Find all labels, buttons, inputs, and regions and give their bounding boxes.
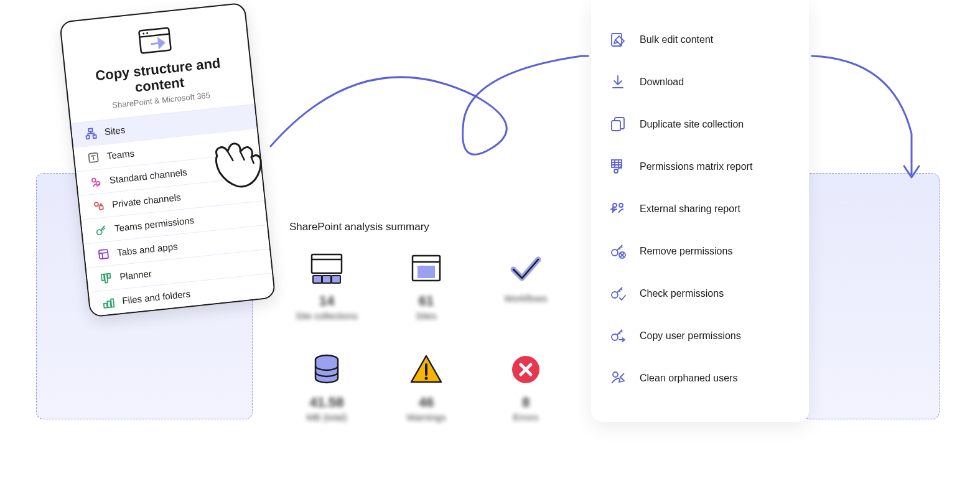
action-external-sharing-report[interactable]: External sharing report: [609, 188, 791, 230]
svg-point-2: [142, 32, 144, 34]
download-icon: [609, 73, 627, 91]
svg-rect-17: [104, 303, 108, 307]
svg-rect-20: [312, 254, 342, 273]
private-channels-icon: [91, 199, 105, 213]
svg-rect-33: [612, 121, 620, 131]
stat-site-collections: 14Site collections: [289, 251, 364, 321]
site-collections-icon: [308, 251, 345, 286]
stat-value: 41.58: [289, 394, 364, 411]
copy-item-label: Tabs and apps: [116, 241, 178, 258]
svg-rect-16: [108, 273, 111, 277]
action-label: Clean orphaned users: [640, 373, 737, 384]
svg-point-37: [619, 203, 623, 207]
svg-rect-0: [139, 28, 171, 54]
stat-value: 8: [488, 394, 563, 411]
remove-perm-icon: [609, 243, 627, 260]
actions-panel: Bulk edit contentDownloadDuplicate site …: [591, 0, 809, 422]
svg-point-10: [95, 202, 99, 207]
stat-warnings: 46Warnings: [389, 352, 464, 422]
action-label: Duplicate site collection: [640, 119, 744, 130]
copy-item-label: Private channels: [111, 192, 181, 209]
stat-label: MB (total): [289, 412, 364, 422]
duplicate-icon: [609, 116, 627, 133]
matrix-icon: [609, 158, 627, 175]
check-perm-icon: [609, 285, 627, 302]
action-copy-user-permissions[interactable]: Copy user permissions: [609, 315, 791, 357]
copy-item-label: Planner: [119, 268, 152, 282]
edit-icon: [609, 31, 627, 49]
action-permissions-matrix-report[interactable]: Permissions matrix report: [609, 146, 791, 188]
action-label: Check permissions: [640, 288, 724, 299]
stat-value: 61: [389, 293, 464, 309]
action-check-permissions[interactable]: Check permissions: [609, 273, 791, 315]
stat-value: 46: [389, 394, 464, 411]
stat-sites: 61Sites: [389, 251, 464, 321]
svg-line-1: [139, 34, 169, 37]
svg-point-3: [146, 32, 148, 34]
svg-point-30: [425, 377, 428, 380]
browser-arrow-icon: [136, 24, 174, 57]
stat-mb-total-: 41.58MB (total): [289, 352, 364, 422]
stat-label: Errors: [488, 412, 563, 422]
action-label: Download: [640, 77, 684, 88]
svg-point-36: [613, 203, 617, 207]
svg-rect-27: [418, 266, 435, 278]
copy-item-label: Standard channels: [109, 167, 187, 185]
warning-icon: [408, 352, 445, 387]
error-icon: [507, 352, 544, 387]
analysis-title: SharePoint analysis summary: [289, 221, 563, 233]
copy-item-label: Sites: [104, 124, 126, 137]
svg-point-41: [612, 334, 618, 340]
svg-point-40: [612, 292, 618, 298]
analysis-summary: SharePoint analysis summary 14Site colle…: [289, 221, 563, 422]
copy-perm-icon: [609, 327, 627, 345]
stat-label: Site collections: [289, 310, 364, 321]
action-clean-orphaned-users[interactable]: Clean orphaned users: [609, 357, 791, 399]
stat-label: Workflows: [488, 293, 563, 304]
action-label: Remove permissions: [640, 246, 732, 257]
action-label: Copy user permissions: [640, 330, 741, 342]
action-label: External sharing report: [640, 203, 740, 215]
action-duplicate-site-collection[interactable]: Duplicate site collection: [609, 103, 791, 146]
svg-rect-11: [99, 205, 103, 210]
svg-rect-13: [99, 249, 108, 258]
planner-icon: [99, 271, 113, 285]
action-download[interactable]: Download: [609, 61, 791, 103]
share-icon: [609, 200, 627, 218]
clean-icon: [609, 370, 627, 387]
svg-rect-19: [111, 299, 114, 307]
svg-point-42: [613, 372, 618, 377]
svg-rect-18: [107, 301, 111, 307]
stat-errors: 8Errors: [488, 352, 563, 422]
bg-panel-right: [803, 173, 940, 419]
action-label: Bulk edit content: [640, 34, 713, 45]
sites-icon: [84, 126, 98, 140]
storage-icon: [308, 352, 345, 387]
key-icon: [94, 223, 108, 236]
action-bulk-edit-content[interactable]: Bulk edit content: [609, 19, 791, 61]
svg-rect-23: [322, 276, 331, 283]
action-remove-permissions[interactable]: Remove permissions: [609, 230, 791, 273]
files-icon: [102, 296, 116, 309]
copy-item-label: Files and folders: [122, 288, 191, 305]
svg-point-8: [92, 178, 96, 182]
stat-label: Warnings: [389, 412, 464, 422]
svg-rect-22: [313, 276, 322, 283]
check-icon: [507, 251, 544, 286]
tabs-icon: [96, 247, 110, 261]
action-label: Permissions matrix report: [640, 161, 752, 172]
stat-value: 14: [289, 293, 364, 309]
pointer-hand-icon: [193, 115, 279, 202]
channels-icon: [89, 175, 103, 189]
teams-icon: [86, 151, 100, 164]
svg-point-38: [612, 249, 618, 256]
svg-rect-24: [332, 276, 340, 283]
site-icon: [408, 251, 445, 286]
stat-workflows: Workflows: [488, 251, 563, 321]
stat-label: Sites: [389, 310, 464, 321]
copy-item-label: Teams: [106, 148, 135, 162]
copy-item-label: Teams permissions: [114, 215, 194, 233]
svg-rect-6: [93, 134, 96, 137]
svg-rect-34: [612, 160, 622, 167]
